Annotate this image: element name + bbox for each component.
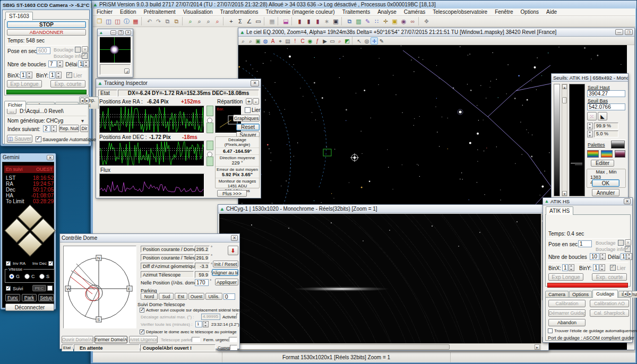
suivi-checkbox[interactable] [6, 286, 11, 291]
demarrer-guidage-button[interactable]: Démarrer Guidage [548, 309, 586, 317]
ra-slider[interactable] [206, 106, 213, 133]
palette-heat[interactable] [615, 150, 625, 158]
inv-ra-checkbox[interactable] [6, 261, 11, 266]
sauver-button[interactable]: ◫ Sauver [7, 135, 32, 143]
inv-dec-checkbox[interactable] [48, 261, 53, 266]
draw-icon[interactable]: ✎ [363, 17, 372, 25]
deplacer-dome-checkbox[interactable] [140, 330, 144, 334]
sbig-binx-field[interactable]: 1 [20, 72, 26, 79]
menu-transformations[interactable]: Transformations [217, 9, 262, 15]
speed-s-radio[interactable] [39, 274, 45, 279]
dome-download-button[interactable]: ⬇ [228, 246, 238, 255]
info-icon[interactable]: ⓘ [122, 17, 131, 25]
prism-titlebar[interactable]: ▲ PRiSM Version 9.0.3 build 2717 27/07/2… [91, 1, 636, 8]
sbig-exp-longue-button[interactable]: Exp Longue [7, 80, 42, 88]
tracking-close-button[interactable]: ✕ [251, 80, 259, 86]
index-suivant-field[interactable]: 2 [43, 125, 50, 132]
profile-icon[interactable]: ∠ [245, 17, 254, 25]
sbig-exp-courte-button[interactable]: Exp. courte [50, 80, 85, 88]
atik-boucles-field[interactable]: 10 [590, 253, 599, 260]
globe-icon[interactable]: ◍ [262, 37, 269, 45]
palette-rainbow-1[interactable] [587, 150, 599, 158]
atik-bouclage-checkbox[interactable] [618, 240, 624, 246]
dome-titlebar[interactable]: Contrôle Dome ✕ [60, 234, 239, 242]
center-crosshair-icon[interactable]: ✛ [371, 37, 378, 45]
image-overlay-icon[interactable]: ▣ [254, 37, 262, 45]
stop-button[interactable]: STOP [7, 21, 86, 28]
sbig-tab-fichier[interactable]: Fichier [4, 101, 26, 109]
frame-icon[interactable]: ▭ [329, 37, 336, 45]
histogram-icon[interactable]: ▥ [354, 17, 363, 25]
flat-frame-icon[interactable]: ▮ [313, 17, 322, 25]
activer-suivi-checkbox[interactable] [140, 308, 144, 313]
atik-close-button[interactable]: ✕ [624, 198, 631, 204]
ok-button[interactable]: OK [592, 179, 619, 187]
rotate-icon[interactable]: C [299, 37, 306, 45]
undo-icon[interactable]: ↶ [145, 17, 154, 25]
sbig-tab-scroll-right[interactable]: ► [85, 98, 89, 103]
trouver-etoile-checkbox[interactable] [548, 328, 553, 333]
copy-image-icon[interactable]: ⧉ [163, 17, 172, 25]
parking-ouest-button[interactable]: Ouest [188, 293, 204, 300]
filter-wheel-icon[interactable]: ▮ [295, 17, 304, 25]
zoom-in-icon[interactable]: ⌕ [247, 37, 254, 45]
annuler-button[interactable]: Annuler [592, 189, 619, 196]
menu-telescope-observatoire[interactable]: Telescope/observatoire [429, 9, 491, 15]
autosave-checkbox[interactable] [36, 136, 41, 142]
zoom-out-icon[interactable]: ⌕ [239, 37, 247, 45]
dark-image-icon[interactable]: ▣ [331, 17, 340, 25]
camera-icon[interactable]: ⬓ [281, 17, 290, 25]
parking-sud-button[interactable]: Sud [159, 293, 174, 300]
auto-threshold-button[interactable]: ⁙ [587, 112, 597, 120]
atik-exp-longue-button[interactable]: Exp Longue [548, 273, 583, 281]
dir-button[interactable]: Dir [80, 125, 89, 132]
dark-frame-icon[interactable]: ▮ [304, 17, 313, 25]
alert-icon[interactable]: ! [291, 37, 299, 45]
chcyg-hscrollbar[interactable]: ◄ ► [219, 343, 541, 350]
menu-edition[interactable]: Edition [116, 9, 140, 15]
menu-fichier[interactable]: Fichier [93, 9, 116, 15]
calibration-button[interactable]: Calibration [548, 300, 586, 307]
sky-restore-button[interactable]: ❐ [625, 29, 633, 35]
nom-dropdown-icon[interactable]: ▾ [81, 118, 84, 124]
sky-minimize-button[interactable]: — [615, 29, 623, 35]
triangle-stretch-button[interactable]: ◣ [598, 112, 607, 120]
verifier-field[interactable]: 1 [195, 321, 202, 327]
speed-c-radio[interactable] [24, 274, 30, 279]
zoom-region-icon[interactable]: ⌕ [195, 17, 204, 25]
print-icon[interactable]: ▤ [284, 37, 291, 45]
nom-generique-value[interactable]: CHCyg [46, 118, 63, 124]
atik-exp-courte-button[interactable]: Exp. courte [592, 273, 627, 281]
dome-close-button[interactable]: ✕ [231, 235, 238, 241]
atik-titlebar[interactable]: ▲ ATIK HS ✕ [543, 198, 632, 205]
align-points-icon[interactable]: ∷ [372, 17, 381, 25]
grid-star-icon[interactable]: ✛ [381, 17, 390, 25]
ouvrir-dome-button[interactable]: Ouvrir Dome/Abri [62, 336, 93, 343]
guide-minimize-button[interactable]: — [110, 30, 116, 35]
crosshair-icon[interactable]: + [227, 17, 236, 25]
reset-button[interactable]: Reset [236, 124, 260, 131]
measure-pen-icon[interactable]: ✎ [378, 37, 385, 45]
link-images-icon[interactable]: ∞ [408, 17, 417, 25]
menu-cam-ras[interactable]: Caméras [400, 9, 429, 15]
zoom-minus-button[interactable]: - [253, 98, 259, 105]
palette-grayscale[interactable] [611, 141, 625, 149]
seuil-bas-field[interactable]: 542.0766 [587, 103, 625, 110]
plus-more-button[interactable]: Plus >>> [217, 190, 247, 197]
menu-analyse[interactable]: Analyse [374, 9, 400, 15]
hand-icon[interactable]: ❖ [422, 17, 431, 25]
speed-g-radio[interactable] [9, 274, 14, 279]
atik-pose-field[interactable]: 1 [578, 240, 592, 247]
menu-trichromie-imagerie-couleur-[interactable]: Trichromie (imagerie couleur) [262, 9, 338, 15]
atik-tab-scroll-left[interactable]: ◄ [623, 291, 627, 297]
open-folder-icon[interactable]: ❒ [95, 17, 104, 25]
save-as-icon[interactable]: ◫ [113, 17, 122, 25]
menu-traitements[interactable]: Traitements [339, 9, 374, 15]
sbig-tab-scroll-left[interactable]: ◄ [80, 98, 84, 103]
func-button[interactable]: Func [5, 294, 20, 301]
redo-icon[interactable]: ↷ [154, 17, 163, 25]
sbig-biny-field[interactable]: 1 [49, 72, 55, 79]
setup-button[interactable]: Setup [38, 294, 54, 301]
parking-azimuth-field[interactable]: 0 [223, 293, 235, 300]
chcyg-titlebar[interactable]: ▲ CHCyg-1 | 1530x1020 - Monochrome - Rée… [218, 205, 548, 213]
